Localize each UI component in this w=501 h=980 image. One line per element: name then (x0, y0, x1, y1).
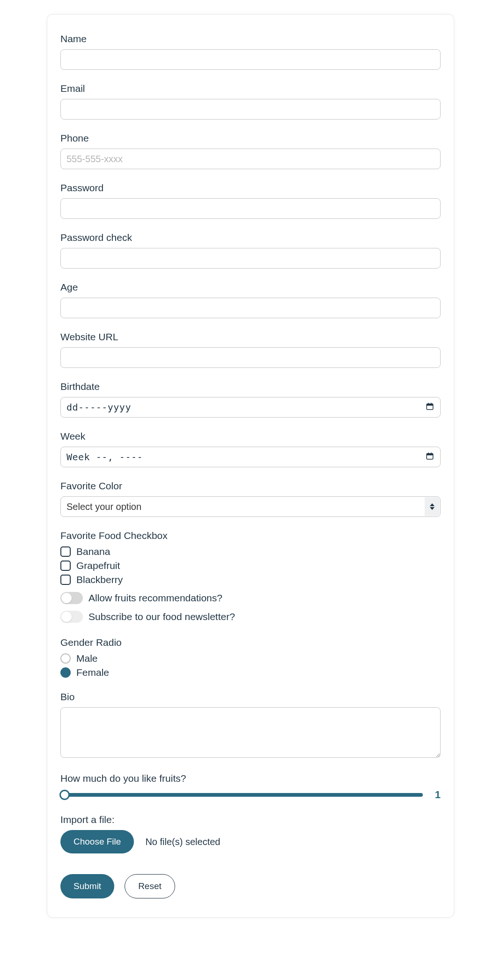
email-input[interactable] (60, 99, 441, 120)
form-card: Name Email Phone Password Password check… (47, 14, 454, 918)
checkbox-grapefruit[interactable] (60, 561, 71, 571)
email-label: Email (60, 83, 441, 94)
favorite-food-label: Favorite Food Checkbox (60, 530, 441, 541)
field-favorite-color: Favorite Color Select your option (60, 480, 441, 517)
favorite-color-select[interactable]: Select your option (60, 496, 441, 517)
field-week: Week (60, 431, 441, 467)
phone-label: Phone (60, 133, 441, 144)
password-check-input[interactable] (60, 248, 441, 269)
gender-label: Gender Radio (60, 637, 441, 648)
age-input[interactable] (60, 298, 441, 318)
checkbox-label: Blackberry (76, 574, 123, 585)
fruits-like-label: How much do you like fruits? (60, 773, 441, 784)
choose-file-button[interactable]: Choose File (60, 830, 134, 853)
fruits-like-slider[interactable] (60, 793, 423, 797)
field-age: Age (60, 282, 441, 318)
radio-label: Male (76, 653, 98, 664)
checkbox-banana[interactable] (60, 546, 71, 557)
field-password-check: Password check (60, 232, 441, 269)
field-gender: Gender Radio Male Female (60, 637, 441, 678)
field-fruits-like: How much do you like fruits? 1 (60, 773, 441, 801)
field-file: Import a file: Choose File No file(s) se… (60, 814, 441, 853)
name-label: Name (60, 33, 441, 45)
field-bio: Bio (60, 691, 441, 760)
field-phone: Phone (60, 133, 441, 169)
file-label: Import a file: (60, 814, 441, 825)
week-input[interactable] (60, 447, 441, 467)
checkbox-row-banana: Banana (60, 546, 441, 557)
reset-button[interactable]: Reset (125, 874, 175, 898)
file-status: No file(s) selected (145, 837, 220, 847)
form-actions: Submit Reset (60, 874, 441, 898)
phone-input[interactable] (60, 149, 441, 169)
toggle-recommendations[interactable] (60, 592, 83, 604)
fruits-like-value: 1 (431, 789, 441, 801)
website-label: Website URL (60, 331, 441, 343)
field-name: Name (60, 33, 441, 70)
radio-row-female: Female (60, 667, 441, 678)
field-favorite-food: Favorite Food Checkbox Banana Grapefruit… (60, 530, 441, 623)
toggle-row-newsletter: Subscribe to our food newsletter? (60, 611, 441, 623)
checkbox-label: Banana (76, 546, 110, 557)
submit-button[interactable]: Submit (60, 874, 114, 898)
radio-male[interactable] (60, 653, 71, 664)
checkbox-row-blackberry: Blackberry (60, 574, 441, 585)
website-input[interactable] (60, 347, 441, 368)
toggle-label: Allow fruits recommendations? (88, 592, 222, 604)
favorite-color-label: Favorite Color (60, 480, 441, 492)
field-email: Email (60, 83, 441, 120)
toggle-row-recommendations: Allow fruits recommendations? (60, 592, 441, 604)
radio-label: Female (76, 667, 109, 678)
toggle-newsletter[interactable] (60, 611, 83, 623)
birthdate-input[interactable] (60, 397, 441, 418)
checkbox-blackberry[interactable] (60, 575, 71, 585)
bio-label: Bio (60, 691, 441, 703)
toggle-label: Subscribe to our food newsletter? (88, 611, 235, 622)
birthdate-label: Birthdate (60, 381, 441, 392)
field-birthdate: Birthdate (60, 381, 441, 418)
password-label: Password (60, 182, 441, 194)
checkbox-label: Grapefruit (76, 560, 120, 571)
slider-thumb[interactable] (59, 790, 70, 800)
field-password: Password (60, 182, 441, 219)
radio-female[interactable] (60, 667, 71, 678)
age-label: Age (60, 282, 441, 293)
password-check-label: Password check (60, 232, 441, 243)
bio-textarea[interactable] (60, 707, 441, 758)
field-website: Website URL (60, 331, 441, 368)
checkbox-row-grapefruit: Grapefruit (60, 560, 441, 571)
radio-row-male: Male (60, 653, 441, 664)
name-input[interactable] (60, 49, 441, 70)
password-input[interactable] (60, 198, 441, 219)
week-label: Week (60, 431, 441, 442)
